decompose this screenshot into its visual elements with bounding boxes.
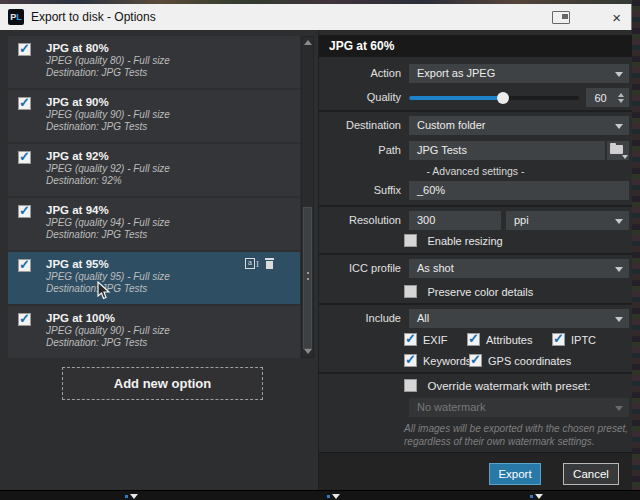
chevron-down-icon — [622, 155, 628, 159]
check-icon: ✓ — [470, 352, 481, 367]
list-item-jpg-90[interactable]: ✓ JPG at 90% JPEG (quality 90) - Full si… — [8, 90, 300, 142]
suffix-input[interactable]: _60% — [409, 181, 629, 200]
item-detail: JPEG (quality 90) - Full size — [46, 109, 292, 121]
check-icon: ✓ — [19, 149, 30, 164]
keywords-option[interactable]: ✓Keywords — [404, 354, 471, 372]
item-title: JPG at 90% — [46, 95, 292, 109]
destination-dropdown[interactable]: Custom folder — [409, 116, 629, 135]
item-checkbox[interactable]: ✓ — [18, 205, 31, 218]
app-icon-letter: L — [16, 12, 22, 22]
rename-icon[interactable]: aI — [245, 258, 259, 269]
keywords-label: Keywords — [423, 354, 471, 368]
quality-row: Quality 60 — [319, 88, 632, 108]
export-button[interactable]: Export — [489, 463, 541, 485]
destination-label: Destination — [319, 119, 401, 131]
iptc-option[interactable]: ✓IPTC — [552, 333, 596, 351]
divider — [319, 303, 632, 305]
include-value: All — [417, 312, 429, 324]
item-title: JPG at 100% — [46, 311, 292, 325]
item-detail: JPEG (quality 80) - Full size — [46, 55, 292, 67]
item-checkbox[interactable]: ✓ — [18, 97, 31, 110]
cancel-button[interactable]: Cancel — [563, 463, 619, 485]
chevron-down-icon — [615, 72, 623, 77]
dialog-body: ✓ JPG at 80% JPEG (quality 80) - Full si… — [0, 30, 632, 490]
enable-resizing-checkbox[interactable] — [404, 234, 417, 247]
suffix-row: Suffix _60% — [319, 181, 632, 201]
gps-option[interactable]: ✓GPS coordinates — [469, 354, 571, 372]
attributes-option[interactable]: ✓Attributes — [467, 333, 532, 351]
window-title: Export to disk - Options — [31, 10, 156, 24]
watermark-override-checkbox[interactable] — [404, 379, 417, 392]
resolution-label: Resolution — [319, 214, 401, 226]
divider — [319, 253, 632, 255]
destination-row: Destination Custom folder — [319, 116, 632, 136]
watermark-override-label: Override watermark with preset: — [427, 379, 590, 393]
folder-icon — [610, 145, 623, 154]
item-checkbox[interactable]: ✓ — [18, 313, 31, 326]
gps-checkbox[interactable]: ✓ — [469, 354, 482, 367]
resolution-row: Resolution 300 ppi — [319, 211, 632, 231]
item-checkbox[interactable]: ✓ — [18, 151, 31, 164]
advanced-settings-link[interactable]: - Advanced settings - — [319, 165, 632, 177]
item-detail: JPEG (quality 95) - Full size — [46, 271, 292, 283]
list-item-jpg-92[interactable]: ✓ JPG at 92% JPEG (quality 92) - Full si… — [8, 144, 300, 196]
quality-slider[interactable] — [409, 96, 579, 100]
spinner-down-icon[interactable] — [618, 99, 624, 103]
exif-checkbox[interactable]: ✓ — [404, 333, 417, 346]
filmstrip-marker — [327, 493, 339, 500]
preserve-color-label: Preserve color details — [427, 285, 533, 299]
scrollbar-thumb[interactable] — [303, 207, 312, 349]
check-icon: ✓ — [405, 352, 416, 367]
item-checkbox[interactable]: ✓ — [18, 259, 31, 272]
path-input[interactable]: JPG Tests — [409, 141, 605, 160]
item-title: JPG at 94% — [46, 203, 292, 217]
include-row: Include All — [319, 309, 632, 329]
browse-folder-button[interactable] — [607, 141, 629, 160]
watermark-override-row: Override watermark with preset: — [404, 379, 590, 395]
watermark-row: No watermark — [319, 398, 632, 418]
quality-value: 60 — [586, 92, 615, 104]
mouse-cursor — [97, 281, 111, 301]
scroll-down-icon[interactable] — [304, 349, 312, 354]
item-title: JPG at 80% — [46, 41, 292, 55]
list-item-jpg-94[interactable]: ✓ JPG at 94% JPEG (quality 94) - Full si… — [8, 198, 300, 250]
keywords-checkbox[interactable]: ✓ — [404, 354, 417, 367]
add-new-option-button[interactable]: Add new option — [62, 367, 263, 400]
preserve-color-checkbox[interactable] — [404, 285, 417, 298]
screen: PL Export to disk - Options × ✓ JPG at 8… — [0, 0, 640, 500]
item-checkbox[interactable]: ✓ — [18, 43, 31, 56]
desktop-photo-sliver-right — [632, 0, 640, 500]
quality-spinner[interactable]: 60 — [586, 88, 629, 107]
resolution-unit-dropdown[interactable]: ppi — [506, 211, 629, 230]
divider — [319, 110, 632, 112]
item-title: JPG at 92% — [46, 149, 292, 163]
include-dropdown[interactable]: All — [409, 309, 629, 328]
delete-icon[interactable] — [265, 258, 274, 269]
list-item-jpg-95-selected[interactable]: ✓ JPG at 95% JPEG (quality 95) - Full si… — [8, 252, 300, 304]
check-icon: ✓ — [19, 41, 30, 56]
divider — [319, 372, 632, 374]
metadata-row-1: ✓EXIF ✓Attributes ✓IPTC — [319, 333, 632, 349]
list-item-jpg-80[interactable]: ✓ JPG at 80% JPEG (quality 80) - Full si… — [8, 36, 300, 88]
exif-option[interactable]: ✓EXIF — [404, 333, 447, 351]
display-icon[interactable] — [552, 11, 570, 24]
slider-handle[interactable] — [497, 92, 509, 104]
check-icon: ✓ — [19, 95, 30, 110]
iptc-checkbox[interactable]: ✓ — [552, 333, 565, 346]
resolution-input[interactable]: 300 — [409, 211, 501, 230]
item-destination: Destination: JPG Tests — [46, 229, 292, 241]
list-scrollbar[interactable] — [301, 36, 314, 358]
list-item-jpg-100[interactable]: ✓ JPG at 100% JPEG (quality 90) - Full s… — [8, 306, 300, 358]
watermark-dropdown[interactable]: No watermark — [409, 398, 629, 417]
suffix-label: Suffix — [319, 184, 401, 196]
close-button[interactable]: × — [612, 10, 621, 25]
filmstrip-marker — [125, 493, 137, 500]
spinner-up-icon[interactable] — [618, 93, 624, 97]
icc-profile-value: As shot — [417, 262, 454, 274]
action-dropdown[interactable]: Export as JPEG — [409, 64, 629, 83]
icc-profile-dropdown[interactable]: As shot — [409, 259, 629, 278]
exif-label: EXIF — [423, 333, 447, 347]
attributes-checkbox[interactable]: ✓ — [467, 333, 480, 346]
scroll-up-icon[interactable] — [304, 40, 312, 45]
preserve-color-row: Preserve color details — [404, 285, 533, 301]
